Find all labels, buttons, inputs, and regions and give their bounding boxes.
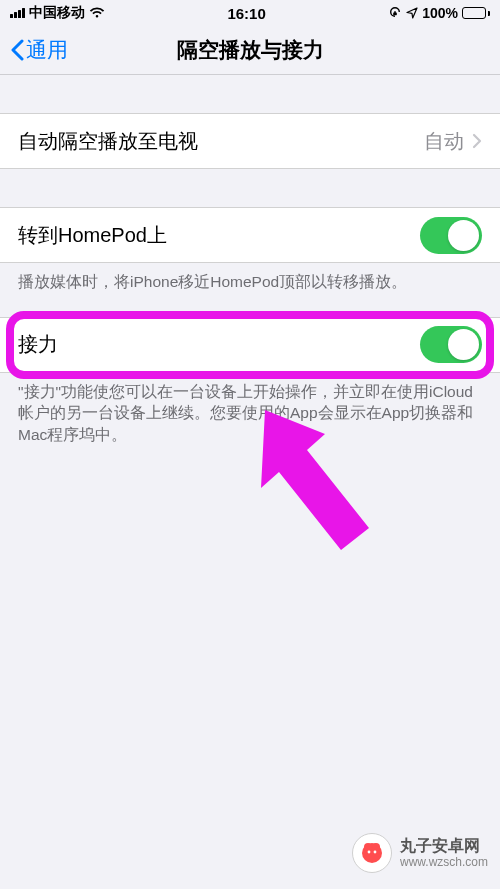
back-button[interactable]: 通用 (10, 26, 68, 74)
transfer-to-homepod-row[interactable]: 转到HomePod上 (0, 207, 500, 263)
location-icon (406, 7, 418, 19)
orientation-lock-icon (388, 6, 402, 20)
page-title: 隔空播放与接力 (177, 36, 324, 64)
status-left: 中国移动 (10, 4, 105, 22)
svg-point-1 (364, 843, 372, 851)
back-label: 通用 (26, 36, 68, 64)
homepod-footer: 播放媒体时，将iPhone移近HomePod顶部以转移播放。 (0, 263, 500, 293)
handoff-row[interactable]: 接力 (0, 317, 500, 373)
battery-percent: 100% (422, 5, 458, 21)
svg-point-2 (372, 843, 380, 851)
watermark-logo-icon (352, 833, 392, 873)
navigation-bar: 通用 隔空播放与接力 (0, 26, 500, 75)
airplay-label: 自动隔空播放至电视 (18, 128, 198, 155)
chevron-right-icon (472, 133, 482, 149)
group-spacer (0, 169, 500, 207)
status-right: 100% (388, 5, 490, 21)
watermark: 丸子安卓网 www.wzsch.com (352, 833, 488, 873)
carrier-label: 中国移动 (29, 4, 85, 22)
cellular-signal-icon (10, 8, 25, 18)
group-spacer (0, 75, 500, 113)
handoff-footer: "接力"功能使您可以在一台设备上开始操作，并立即在使用iCloud帐户的另一台设… (0, 373, 500, 446)
homepod-toggle[interactable] (420, 217, 482, 254)
battery-icon (462, 7, 490, 19)
airplay-value: 自动 (424, 128, 464, 155)
group-spacer (0, 293, 500, 317)
svg-point-4 (374, 851, 377, 854)
homepod-label: 转到HomePod上 (18, 222, 167, 249)
wifi-icon (89, 7, 105, 19)
status-time: 16:10 (227, 5, 265, 22)
handoff-toggle[interactable] (420, 326, 482, 363)
airplay-to-tv-row[interactable]: 自动隔空播放至电视 自动 (0, 113, 500, 169)
watermark-url: www.wzsch.com (400, 855, 488, 869)
status-bar: 中国移动 16:10 100% (0, 0, 500, 26)
chevron-left-icon (10, 39, 24, 61)
watermark-name: 丸子安卓网 (400, 836, 488, 855)
handoff-label: 接力 (18, 331, 58, 358)
svg-point-3 (368, 851, 371, 854)
